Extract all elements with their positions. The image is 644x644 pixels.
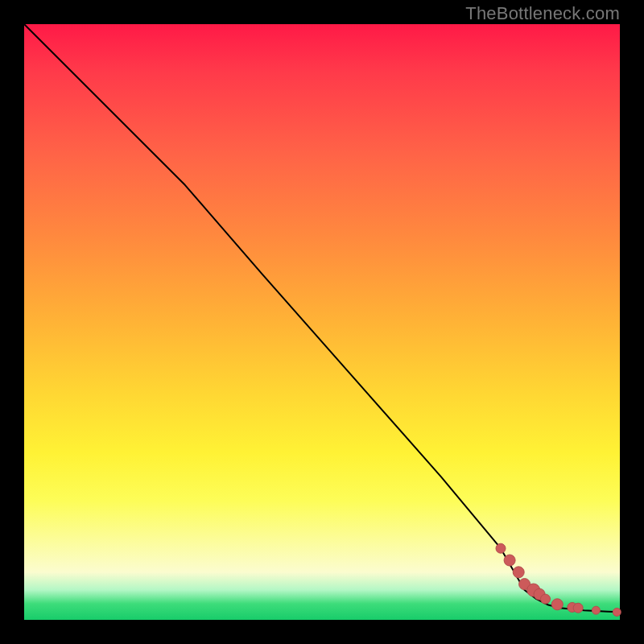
data-point (613, 608, 621, 616)
data-point (551, 599, 563, 610)
data-point (573, 603, 583, 613)
chart-curve (24, 24, 620, 612)
watermark-text: TheBottleneck.com (465, 3, 620, 24)
data-point (513, 567, 524, 578)
chart-overlay (24, 24, 620, 620)
data-point (504, 555, 515, 566)
chart-points (496, 543, 621, 616)
data-point (592, 606, 600, 614)
data-point (496, 543, 506, 553)
data-point (541, 594, 551, 604)
chart-frame: TheBottleneck.com (0, 0, 644, 644)
